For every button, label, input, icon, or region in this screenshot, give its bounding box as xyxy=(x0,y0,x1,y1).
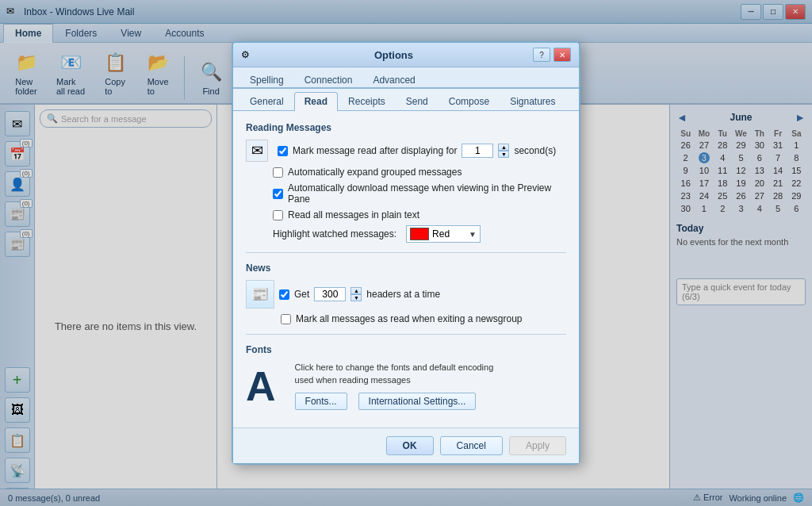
auto-expand-label: Automatically expand grouped messages xyxy=(288,167,462,178)
spin-down-button[interactable]: ▼ xyxy=(498,151,509,158)
mark-read-label-post: second(s) xyxy=(514,145,556,156)
mark-read-spin-buttons: ▲ ▼ xyxy=(498,144,509,158)
reading-pane-icon: ✉ xyxy=(246,140,268,162)
get-headers-row: 📰 Get ▲ ▼ headers at a time xyxy=(246,280,566,309)
tab-compose[interactable]: Compose xyxy=(439,92,500,112)
mark-read-row: ✉ Mark message read after displaying for… xyxy=(246,140,566,162)
mark-read-label-pre: Mark message read after displaying for xyxy=(293,145,457,156)
modal-controls: ? ✕ xyxy=(533,48,571,62)
fonts-desc-text: Click here to change the fonts and defau… xyxy=(295,362,494,386)
plain-text-checkbox[interactable] xyxy=(273,210,283,220)
auto-expand-row: Automatically expand grouped messages xyxy=(246,167,566,178)
fonts-section-content: A Click here to change the fonts and def… xyxy=(246,362,566,410)
mark-read-news-row: Mark all messages as read when exiting a… xyxy=(246,313,566,324)
modal-tab-row-1: Spelling Connection Advanced xyxy=(233,67,579,89)
tab-send[interactable]: Send xyxy=(396,92,439,112)
tab-advanced[interactable]: Advanced xyxy=(362,71,425,89)
modal-titlebar: ⚙ Options ? ✕ xyxy=(233,43,579,67)
modal-overlay: ⚙ Options ? ✕ Spelling Connection Advanc… xyxy=(0,0,812,506)
modal-footer: OK Cancel Apply xyxy=(233,427,579,463)
highlight-row: Highlight watched messages: Red ▼ xyxy=(246,225,566,243)
get-label-post: headers at a time xyxy=(366,289,440,300)
get-label-pre: Get xyxy=(294,289,309,300)
modal-title: Options xyxy=(374,49,413,61)
international-settings-button[interactable]: International Settings... xyxy=(358,393,477,410)
tab-signatures[interactable]: Signatures xyxy=(500,92,565,112)
modal-close-button[interactable]: ✕ xyxy=(553,48,571,62)
highlight-color-select[interactable]: Red ▼ xyxy=(406,225,481,243)
spin-up-button[interactable]: ▲ xyxy=(498,144,509,151)
apply-button[interactable]: Apply xyxy=(509,436,566,455)
tab-read[interactable]: Read xyxy=(294,92,338,112)
tab-connection[interactable]: Connection xyxy=(294,71,363,89)
headers-spin-up[interactable]: ▲ xyxy=(350,287,362,294)
reading-messages-header: Reading Messages xyxy=(246,122,566,133)
cancel-button[interactable]: Cancel xyxy=(440,436,503,455)
get-headers-checkbox[interactable] xyxy=(279,289,289,300)
auto-download-checkbox[interactable] xyxy=(273,189,283,199)
options-dialog: ⚙ Options ? ✕ Spelling Connection Advanc… xyxy=(232,41,580,465)
mark-read-checkbox[interactable] xyxy=(278,146,288,156)
news-icon: 📰 xyxy=(246,280,274,309)
mark-read-spin-input[interactable] xyxy=(462,144,493,158)
section-divider-1 xyxy=(246,252,566,253)
highlight-color-label: Red xyxy=(432,228,450,240)
modal-icon: ⚙ xyxy=(241,49,250,60)
tab-general[interactable]: General xyxy=(239,92,294,112)
modal-tab-row-2: General Read Receipts Send Compose Signa… xyxy=(233,89,579,111)
fonts-section-header: Fonts xyxy=(246,344,566,355)
auto-expand-checkbox[interactable] xyxy=(273,167,283,178)
modal-help-button[interactable]: ? xyxy=(533,48,550,62)
font-preview-letter: A xyxy=(246,362,276,410)
ok-button[interactable]: OK xyxy=(386,436,434,455)
mark-read-news-checkbox[interactable] xyxy=(281,314,291,324)
auto-download-row: Automatically download message when view… xyxy=(246,182,566,205)
fonts-button[interactable]: Fonts... xyxy=(295,393,347,410)
headers-spin-down[interactable]: ▼ xyxy=(350,294,362,301)
plain-text-row: Read all messages in plain text xyxy=(246,209,566,220)
section-divider-2 xyxy=(246,334,566,335)
modal-content: Reading Messages ✉ Mark message read aft… xyxy=(233,111,579,427)
color-swatch xyxy=(410,228,429,240)
highlight-label: Highlight watched messages: xyxy=(273,228,396,240)
auto-download-label: Automatically download message when view… xyxy=(288,182,566,205)
dropdown-arrow-icon: ▼ xyxy=(469,230,477,239)
get-headers-spin-buttons: ▲ ▼ xyxy=(350,287,362,301)
plain-text-label: Read all messages in plain text xyxy=(288,209,419,220)
tab-spelling[interactable]: Spelling xyxy=(239,71,294,89)
news-section-header: News xyxy=(246,263,566,274)
fonts-buttons: Fonts... International Settings... xyxy=(295,393,494,410)
get-headers-spin-input[interactable] xyxy=(314,287,346,301)
fonts-description: Click here to change the fonts and defau… xyxy=(295,362,494,410)
mark-read-news-label: Mark all messages as read when exiting a… xyxy=(296,313,522,324)
tab-receipts[interactable]: Receipts xyxy=(338,92,396,112)
